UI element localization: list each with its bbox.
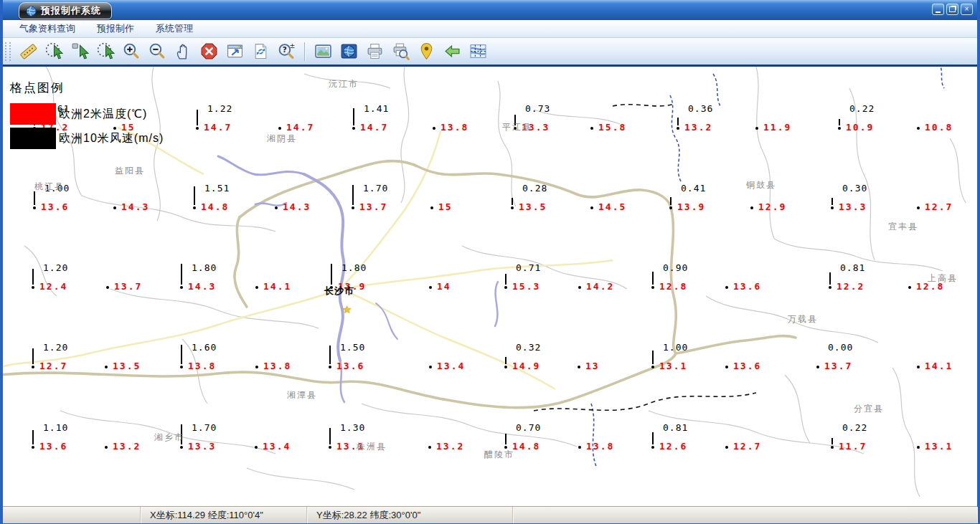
grid-point-dot [255, 446, 258, 449]
toolbar-select-lasso-button[interactable] [96, 42, 116, 61]
toolbar-map-pin-button[interactable] [417, 42, 436, 61]
wind-barb [32, 269, 34, 285]
windspeed-swatch [10, 128, 56, 149]
grid-point-dot [831, 446, 834, 449]
menu-item-weather-data-query[interactable]: 气象资料查询 [9, 22, 86, 35]
legend-label-windspeed: 欧洲10米风速(m/s) [59, 131, 164, 146]
temperature-value: 13 [585, 361, 600, 371]
toolbar-print-button[interactable] [365, 42, 385, 61]
toolbar-refresh-page-button[interactable] [251, 42, 270, 61]
temperature-value: 11.7 [839, 441, 867, 452]
statusbar-y-coordinate: Y坐标:28.22 纬度:30°0'0" [307, 507, 513, 523]
temperature-value: 11.9 [763, 122, 791, 133]
wind-speed-value: 0.22 [849, 103, 875, 114]
wind-barb [829, 272, 831, 285]
grid-point-dot [816, 366, 819, 368]
toolbar-globe-button[interactable] [339, 42, 359, 61]
grid-point-dot [917, 446, 920, 449]
toolbar-pan-hand-button[interactable] [174, 42, 193, 61]
wind-speed-value: 1.51 [204, 183, 230, 194]
menu-item-forecast-production[interactable]: 预报制作 [86, 22, 145, 35]
map-canvas[interactable]: 17.21.611514.71.2214.714.71.4113.813.30.… [3, 67, 977, 506]
grid-point-dot [504, 366, 507, 368]
county-label: 湘乡市 [154, 432, 184, 444]
temperature-value: 13.4 [437, 361, 465, 371]
grid-point-dot [352, 127, 355, 130]
wind-barb [194, 186, 195, 205]
wind-speed-value: 1.00 [663, 342, 688, 353]
menu-item-system-management[interactable]: 系统管理 [145, 22, 204, 35]
close-button[interactable]: × [961, 4, 973, 15]
toolbar-zoom-query-button[interactable]: ?± [277, 42, 296, 61]
grid-point-dot [32, 446, 34, 449]
wind-speed-value: 0.36 [688, 103, 713, 114]
wind-barb [181, 345, 182, 364]
county-label: 醴陵市 [484, 449, 514, 461]
grid-point-dot [725, 366, 728, 368]
pan-hand-icon [174, 42, 192, 60]
county-label: 宜丰县 [888, 221, 918, 233]
grid-point-dot [106, 286, 109, 289]
grid-point-dot [329, 366, 331, 368]
grid-point-dot [429, 286, 432, 289]
county-label: 万载县 [788, 313, 818, 325]
wind-speed-value: 0.70 [516, 422, 541, 433]
temperature-value: 13.8 [440, 122, 468, 133]
toolbar-zoom-in-button[interactable] [122, 42, 141, 61]
grid-point-dot [504, 286, 507, 289]
temperature-value: 13.5 [519, 201, 547, 212]
toolbar-separator [304, 42, 306, 61]
restore-button[interactable] [946, 4, 958, 15]
toolbar-select-dotted-button[interactable] [44, 42, 64, 61]
temperature-value: 14.8 [201, 201, 229, 212]
select-box-icon [71, 42, 89, 60]
wind-speed-value: 1.20 [43, 342, 68, 353]
toolbar-ruler-button[interactable] [19, 42, 38, 61]
wind-barb [353, 108, 354, 125]
temperature-value: 10.8 [925, 122, 953, 133]
temperature-value: 12.7 [925, 201, 953, 212]
toolbar-map-grid-button[interactable] [468, 42, 488, 61]
toolbar-image-button[interactable] [314, 42, 333, 61]
app-globe-icon [26, 6, 37, 16]
globe-icon [340, 42, 358, 60]
temperature-value: 15.3 [512, 281, 540, 292]
app-title-tab: 预报制作系统 [19, 2, 112, 19]
toolbar-back-arrow-button[interactable] [443, 42, 462, 61]
grid-point-dot [838, 127, 841, 130]
temperature-value: 13.8 [188, 361, 216, 371]
toolbar-print-preview-button[interactable] [391, 42, 410, 61]
svg-text:?: ? [283, 45, 287, 54]
grid-point-dot [831, 206, 834, 209]
temperature-value: 14.9 [512, 361, 540, 371]
grid-point-dot [278, 127, 281, 130]
minimize-button[interactable] [932, 4, 944, 15]
toolbar-select-box-button[interactable] [70, 42, 90, 61]
grid-point-dot [329, 446, 331, 449]
temperature-value: 13.6 [336, 361, 364, 371]
back-arrow-icon [443, 42, 461, 60]
grid-point-dot [917, 127, 920, 130]
restore-icon [949, 6, 956, 12]
toolbar-zoom-out-button[interactable] [148, 42, 167, 61]
temperature-value: 14.7 [360, 122, 388, 133]
temperature-value: 13.2 [436, 441, 464, 452]
toolbar-grip[interactable] [5, 42, 11, 61]
app-window: 预报制作系统 × 气象资料查询 预报制作 系统管理 ?± [0, 0, 980, 524]
temperature-value: 13.6 [39, 441, 67, 452]
temperature-value: 13.7 [824, 361, 852, 371]
legend-label-temperature: 欧洲2米温度(℃) [59, 107, 147, 122]
grid-point-dot [430, 206, 433, 209]
legend-title: 格点图例 [10, 80, 164, 96]
toolbar-window-export-button[interactable] [225, 42, 245, 61]
grid-point-dot [275, 206, 278, 209]
wind-speed-value: 0.71 [516, 262, 541, 273]
toolbar: ?± [3, 38, 977, 67]
toolbar-stop-button[interactable] [199, 42, 219, 61]
wind-barb [512, 198, 513, 205]
wind-speed-value: 1.41 [364, 103, 389, 114]
wind-speed-value: 0.00 [828, 342, 853, 353]
zoom-in-icon [123, 42, 141, 60]
wind-barb [652, 432, 654, 444]
temperature-value: 13.8 [586, 441, 614, 452]
